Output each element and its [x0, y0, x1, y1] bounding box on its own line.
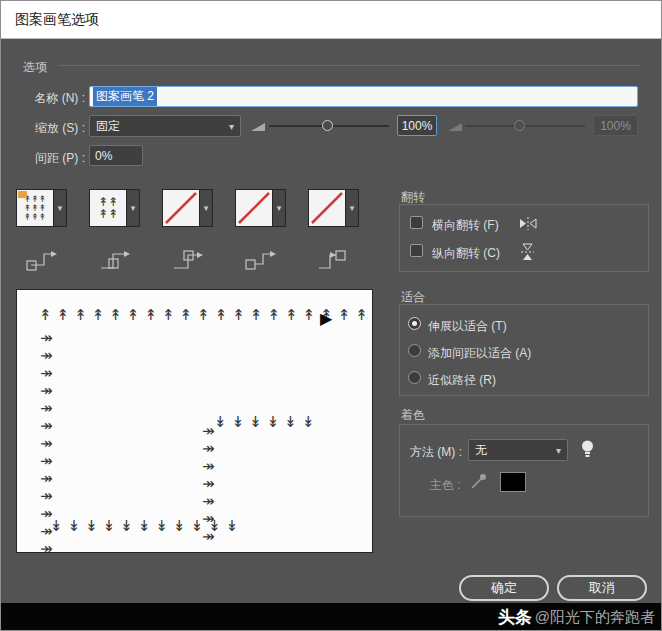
scale-select[interactable]: 固定 ▾: [89, 115, 241, 137]
outer-corner-tile-group: ↟↟ ↟↟ ▾: [89, 189, 140, 227]
eyedropper-icon: [470, 472, 488, 490]
flip-horizontal-checkbox[interactable]: [410, 216, 423, 229]
outer-corner-tile-button[interactable]: ↟↟ ↟↟: [89, 189, 127, 227]
chevron-down-icon: ▾: [204, 203, 209, 213]
pattern-brush-options-dialog: 图案画笔选项 选项 名称 (N) : 图案画笔 2 缩放 (S) : 固定 ▾ …: [0, 0, 662, 631]
key-color-label: 主色 :: [430, 477, 461, 494]
none-diagonal-icon: [163, 190, 199, 226]
flip-horizontal-label[interactable]: 横向翻转 (F): [432, 217, 499, 234]
inner-corner-tile-dropdown[interactable]: ▾: [200, 189, 213, 227]
colorization-tips-bulb-icon[interactable]: [580, 439, 595, 459]
options-section-label: 选项: [23, 59, 47, 76]
scale-secondary-slider-track: [465, 125, 585, 127]
chevron-down-icon: ▾: [58, 203, 63, 213]
cancel-button[interactable]: 取消: [557, 575, 647, 601]
end-tile-button[interactable]: [308, 189, 346, 227]
flip-vertical-icon: [520, 242, 536, 262]
colorization-groupbox: 方法 (M) : 无 ▾ 主色 :: [399, 424, 649, 517]
flip-groupbox: 横向翻转 (F) 纵向翻转 (C): [399, 204, 649, 272]
chevron-down-icon: ▾: [277, 203, 282, 213]
scale-cone-icon: [250, 121, 266, 133]
side-tile-pattern: ↟↟↟ ↟↟↟ ↟↟↟: [24, 195, 47, 222]
name-label: 名称 (N) :: [21, 90, 85, 107]
inner-corner-tile-group: ▾: [162, 189, 213, 227]
spacing-value-field[interactable]: 0%: [89, 145, 143, 166]
end-tile-dropdown[interactable]: ▾: [346, 189, 359, 227]
brush-preview: ↟↟↟↟↟↟↟↟↟↟↟↟↟↟↟↟↟↟↟ ↟↟↟↟↟↟↟↟↟↟↟↟↟ ↟↟↟↟↟↟…: [16, 289, 373, 553]
start-tile-dropdown[interactable]: ▾: [273, 189, 286, 227]
dialog-titlebar[interactable]: 图案画笔选项: [1, 1, 661, 39]
fit-groupbox: 伸展以适合 (T) 添加间距以适合 (A) 近似路径 (R): [399, 304, 649, 396]
spacing-label: 间距 (P) :: [21, 150, 85, 167]
inner-corner-path-icon: [170, 247, 204, 275]
method-select[interactable]: 无 ▾: [468, 439, 568, 461]
flip-vertical-label[interactable]: 纵向翻转 (C): [432, 245, 500, 262]
side-tile-group: ↟↟↟ ↟↟↟ ↟↟↟ ▾: [16, 189, 67, 227]
scale-slider[interactable]: [269, 115, 389, 137]
start-tile-path-icon: [243, 247, 277, 275]
start-tile-group: ▾: [235, 189, 286, 227]
colorization-section-label: 着色: [401, 407, 425, 424]
tile-selected-marker: [18, 191, 27, 198]
scale-label: 缩放 (S) :: [21, 120, 85, 137]
side-tile-dropdown[interactable]: ▾: [54, 189, 67, 227]
preview-path-arrow-icon: ▶: [320, 309, 332, 328]
watermark-brand: 头条: [498, 606, 532, 629]
chevron-down-icon: ▾: [556, 445, 561, 456]
flip-horizontal-icon: [518, 216, 538, 231]
method-label: 方法 (M) :: [410, 444, 462, 461]
fit-stretch-radio[interactable]: [408, 317, 421, 330]
method-select-value: 无: [475, 442, 487, 459]
scale-slider-thumb[interactable]: [322, 120, 333, 131]
scale-select-value: 固定: [96, 118, 120, 135]
scale-secondary-slider-thumb: [514, 120, 525, 131]
chevron-down-icon: ▾: [131, 203, 136, 213]
outer-corner-tile-pattern: ↟↟ ↟↟: [98, 196, 118, 220]
name-input[interactable]: 图案画笔 2: [89, 86, 638, 107]
none-diagonal-icon: [309, 190, 345, 226]
flip-vertical-checkbox[interactable]: [410, 244, 423, 257]
preview-inner-column-segment: ↟↟↟↟↟↟↟: [199, 425, 217, 548]
fit-add-space-radio[interactable]: [408, 344, 421, 357]
none-diagonal-icon: [236, 190, 272, 226]
fit-stretch-label[interactable]: 伸展以适合 (T): [428, 318, 507, 335]
scale-value-field[interactable]: 100%: [397, 115, 437, 136]
options-section-divider: [59, 65, 641, 66]
fit-approximate-label[interactable]: 近似路径 (R): [428, 372, 496, 389]
end-tile-path-icon: [316, 247, 350, 275]
inner-corner-tile-button[interactable]: [162, 189, 200, 227]
start-tile-button[interactable]: [235, 189, 273, 227]
dialog-title: 图案画笔选项: [15, 11, 99, 29]
name-input-selected-text: 图案画笔 2: [93, 87, 157, 106]
side-tile-button[interactable]: ↟↟↟ ↟↟↟ ↟↟↟: [16, 189, 54, 227]
scale-secondary-slider: [465, 115, 585, 137]
outer-corner-tile-dropdown[interactable]: ▾: [127, 189, 140, 227]
side-tile-path-icon: [24, 247, 58, 275]
outer-corner-path-icon: [97, 247, 131, 275]
ok-button[interactable]: 确定: [459, 575, 549, 601]
preview-inner-row-segment: ↟↟↟↟↟↟: [209, 412, 314, 430]
watermark-handle: @阳光下的奔跑者: [535, 608, 655, 627]
scale-secondary-value-field: 100%: [593, 115, 638, 136]
chevron-down-icon: ▾: [229, 121, 234, 132]
fit-approximate-radio[interactable]: [408, 371, 421, 384]
watermark-footer: 头条 @阳光下的奔跑者: [1, 603, 661, 631]
end-tile-group: ▾: [308, 189, 359, 227]
chevron-down-icon: ▾: [350, 203, 355, 213]
key-color-swatch: [500, 472, 526, 492]
scale-secondary-cone-icon: [447, 121, 463, 133]
fit-add-space-label[interactable]: 添加间距以适合 (A): [428, 345, 531, 362]
